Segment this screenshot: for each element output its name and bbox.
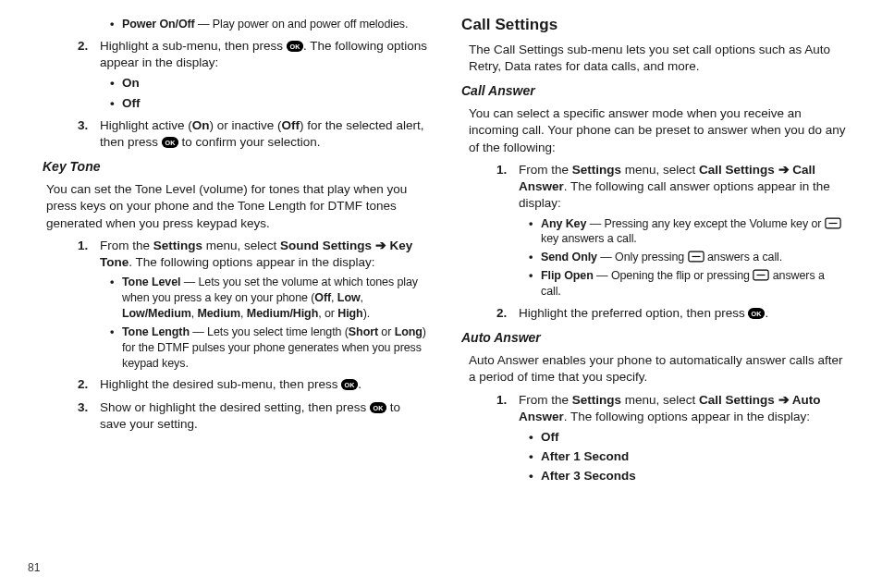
- option-after-1s: After 1 Second: [541, 448, 847, 465]
- text: — Opening the flip or pressing: [594, 269, 753, 282]
- ok-icon: [370, 402, 386, 413]
- paragraph: The Call Settings sub-menu lets you set …: [461, 42, 847, 75]
- key-icon: [753, 269, 769, 281]
- ok-icon: [748, 308, 765, 319]
- text: From the: [519, 163, 572, 177]
- label: Tone Level: [122, 276, 180, 288]
- paragraph: You can select a specific answer mode wh…: [461, 105, 847, 156]
- option-on: On: [122, 75, 428, 92]
- text: Highlight the desired sub-menu, then pre…: [100, 377, 341, 391]
- label-settings: Settings: [153, 239, 202, 252]
- text: key answers a call.: [541, 232, 637, 245]
- label: Send Only: [541, 251, 597, 263]
- text: . The following options appear in the di…: [129, 255, 374, 269]
- text: Highlight active (: [100, 118, 192, 132]
- ok-icon: [287, 41, 303, 52]
- label-off: Off: [282, 118, 300, 132]
- label: Power On/Off: [122, 18, 195, 31]
- text: .: [358, 377, 361, 391]
- heading-key-tone: Key Tone: [43, 158, 428, 176]
- label-settings: Settings: [572, 393, 621, 407]
- left-column: Power On/Off — Play power on and power o…: [43, 13, 428, 491]
- bullet-any-key: Any Key — Pressing any key except the Vo…: [541, 216, 847, 248]
- text: menu, select: [621, 393, 699, 407]
- text: Highlight the preferred option, then pre…: [519, 306, 748, 320]
- kt-step-2: 2. Highlight the desired sub-menu, then …: [100, 376, 428, 393]
- label-on: On: [192, 118, 210, 132]
- aa-step-1: 1. From the Settings menu, select Call S…: [519, 392, 847, 485]
- label-settings: Settings: [572, 163, 621, 177]
- heading-auto-answer: Auto Answer: [461, 329, 847, 347]
- text: . The following call answer options appe…: [519, 179, 830, 210]
- text: .: [765, 306, 768, 320]
- ca-step-1: 1. From the Settings menu, select Call S…: [519, 162, 847, 300]
- text: Highlight a sub-menu, then press: [100, 39, 287, 53]
- right-column: Call Settings The Call Settings sub-menu…: [461, 13, 847, 491]
- text: — Pressing any key except the Volume key…: [586, 217, 824, 230]
- text: . The following options appear in the di…: [564, 410, 810, 423]
- option-after-3s: After 3 Seconds: [541, 468, 847, 484]
- text: Show or highlight the desired setting, t…: [100, 400, 370, 414]
- kt-step-1: 1. From the Settings menu, select Sound …: [100, 238, 428, 372]
- label: Tone Length: [122, 325, 190, 338]
- page-number: 81: [28, 560, 40, 575]
- text: From the: [519, 393, 572, 407]
- text: ).: [363, 307, 370, 320]
- step-2: 2. Highlight a sub-menu, then press . Th…: [100, 38, 428, 112]
- label: Any Key: [541, 217, 586, 230]
- text: From the: [100, 239, 153, 252]
- bullet-flip-open: Flip Open — Opening the flip or pressing…: [541, 268, 847, 300]
- ok-icon: [341, 379, 358, 390]
- bullet-tone-length: Tone Length — Lets you select time lengt…: [122, 325, 428, 372]
- heading-call-settings: Call Settings: [461, 15, 847, 36]
- text: — Only pressing: [597, 251, 688, 263]
- text: menu, select: [202, 239, 280, 252]
- text: menu, select: [621, 163, 699, 177]
- step-3: 3. Highlight active (On) or inactive (Of…: [100, 117, 428, 151]
- paragraph: You can set the Tone Level (volume) for …: [43, 181, 428, 232]
- key-icon: [825, 217, 841, 229]
- manual-page: Power On/Off — Play power on and power o…: [0, 0, 882, 588]
- bullet-tone-level: Tone Level — Lets you set the volume at …: [122, 275, 428, 322]
- option-off: Off: [541, 429, 847, 446]
- label: Flip Open: [541, 269, 594, 282]
- paragraph: Auto Answer enables your phone to automa…: [461, 352, 847, 386]
- text: to confirm your selection.: [178, 135, 321, 149]
- text: — Play power on and power off melodies.: [195, 18, 409, 31]
- option-off: Off: [122, 95, 428, 112]
- ok-icon: [162, 137, 178, 148]
- text: ) or inactive (: [210, 118, 282, 132]
- ca-step-2: 2. Highlight the preferred option, then …: [519, 305, 847, 322]
- kt-step-3: 3. Show or highlight the desired setting…: [100, 399, 428, 433]
- bullet-power-on-off: Power On/Off — Play power on and power o…: [122, 17, 428, 32]
- bullet-send-only: Send Only — Only pressing answers a call…: [541, 250, 847, 265]
- heading-call-answer: Call Answer: [461, 82, 847, 100]
- text: answers a call.: [704, 251, 783, 263]
- key-icon: [688, 251, 704, 263]
- text: — Lets you select time length (: [190, 325, 349, 338]
